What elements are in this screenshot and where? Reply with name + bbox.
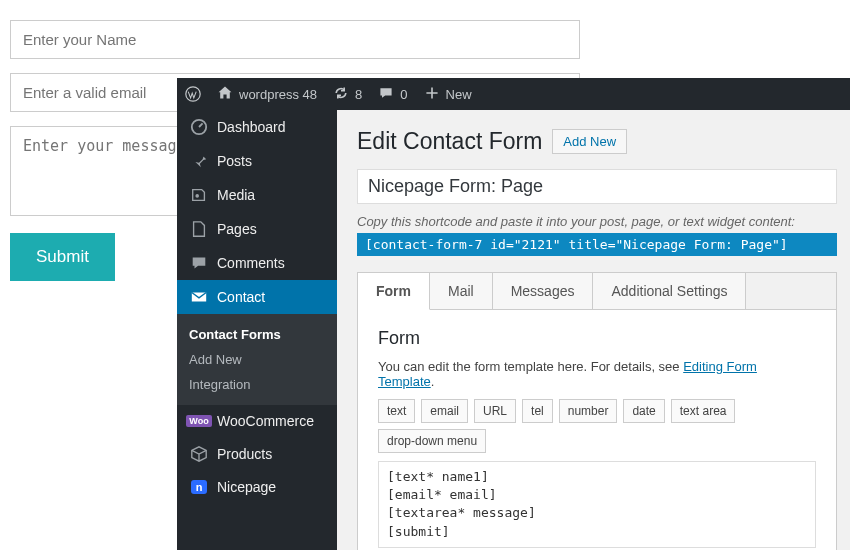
tag-button-row: text email URL tel number date text area… <box>378 399 816 453</box>
updates-link[interactable]: 8 <box>333 85 362 104</box>
sidebar-item-label: Posts <box>217 153 252 169</box>
shortcode-field[interactable]: [contact-form-7 id="2121" title="Nicepag… <box>357 233 837 256</box>
box-icon <box>189 445 209 463</box>
tab-messages[interactable]: Messages <box>493 273 594 309</box>
content-area: Edit Contact Form Add New Copy this shor… <box>337 110 850 550</box>
add-new-button[interactable]: Add New <box>552 129 627 154</box>
submenu-add-new[interactable]: Add New <box>177 347 337 372</box>
woo-icon: Woo <box>189 415 209 427</box>
form-title-input[interactable] <box>357 169 837 204</box>
sidebar-item-label: Comments <box>217 255 285 271</box>
tag-textarea-button[interactable]: text area <box>671 399 736 423</box>
nicepage-icon: n <box>189 480 209 494</box>
site-name: wordpress 48 <box>239 87 317 102</box>
form-panel: Form You can edit the form template here… <box>358 310 836 550</box>
page-title: Edit Contact Form <box>357 128 542 155</box>
comments-count: 0 <box>400 87 407 102</box>
tab-form[interactable]: Form <box>358 273 430 310</box>
sidebar-item-comments[interactable]: Comments <box>177 246 337 280</box>
sidebar-item-label: WooCommerce <box>217 413 314 429</box>
sidebar-item-products[interactable]: Products <box>177 437 337 471</box>
submit-button[interactable]: Submit <box>10 233 115 281</box>
comments-link[interactable]: 0 <box>378 85 407 104</box>
site-link[interactable]: wordpress 48 <box>217 85 317 104</box>
sidebar-item-pages[interactable]: Pages <box>177 212 337 246</box>
tag-dropdown-button[interactable]: drop-down menu <box>378 429 486 453</box>
admin-sidebar: Dashboard Posts Media Pages Comments Con… <box>177 110 337 550</box>
submenu-contact-forms[interactable]: Contact Forms <box>177 322 337 347</box>
tabs-container: Form Mail Messages Additional Settings F… <box>357 272 837 550</box>
sidebar-item-label: Dashboard <box>217 119 286 135</box>
dashboard-icon <box>189 118 209 136</box>
home-icon <box>217 85 233 104</box>
sidebar-item-contact[interactable]: Contact <box>177 280 337 314</box>
contact-submenu: Contact Forms Add New Integration <box>177 314 337 405</box>
name-input[interactable] <box>10 20 580 59</box>
wp-logo-icon[interactable] <box>185 86 201 102</box>
new-label: New <box>446 87 472 102</box>
panel-heading: Form <box>378 328 816 349</box>
sidebar-item-nicepage[interactable]: n Nicepage <box>177 471 337 503</box>
sidebar-item-dashboard[interactable]: Dashboard <box>177 110 337 144</box>
page-icon <box>189 220 209 238</box>
sidebar-item-posts[interactable]: Posts <box>177 144 337 178</box>
admin-toolbar: wordpress 48 8 0 New <box>177 78 850 110</box>
tab-additional-settings[interactable]: Additional Settings <box>593 273 746 309</box>
wp-body: Dashboard Posts Media Pages Comments Con… <box>177 110 850 550</box>
submenu-integration[interactable]: Integration <box>177 372 337 397</box>
envelope-icon <box>189 288 209 306</box>
sidebar-item-label: Products <box>217 446 272 462</box>
panel-description: You can edit the form template here. For… <box>378 359 816 389</box>
sidebar-item-label: Nicepage <box>217 479 276 495</box>
tag-date-button[interactable]: date <box>623 399 664 423</box>
comment-icon <box>189 254 209 272</box>
sidebar-item-woocommerce[interactable]: Woo WooCommerce <box>177 405 337 437</box>
tag-tel-button[interactable]: tel <box>522 399 553 423</box>
tag-url-button[interactable]: URL <box>474 399 516 423</box>
tag-number-button[interactable]: number <box>559 399 618 423</box>
form-template-textarea[interactable]: [text* name1] [email* email] [textarea* … <box>378 461 816 548</box>
shortcode-hint: Copy this shortcode and paste it into yo… <box>357 214 837 229</box>
sidebar-item-media[interactable]: Media <box>177 178 337 212</box>
comment-icon <box>378 85 394 104</box>
new-link[interactable]: New <box>424 85 472 104</box>
plus-icon <box>424 85 440 104</box>
sidebar-item-label: Pages <box>217 221 257 237</box>
svg-point-2 <box>195 194 199 198</box>
sidebar-item-label: Contact <box>217 289 265 305</box>
refresh-icon <box>333 85 349 104</box>
wp-admin-window: wordpress 48 8 0 New Dashboard Posts <box>177 78 850 550</box>
updates-count: 8 <box>355 87 362 102</box>
sidebar-item-label: Media <box>217 187 255 203</box>
tab-row: Form Mail Messages Additional Settings <box>358 273 836 310</box>
tag-text-button[interactable]: text <box>378 399 415 423</box>
tag-email-button[interactable]: email <box>421 399 468 423</box>
media-icon <box>189 186 209 204</box>
pin-icon <box>189 152 209 170</box>
page-heading: Edit Contact Form Add New <box>357 128 837 155</box>
tab-mail[interactable]: Mail <box>430 273 493 309</box>
